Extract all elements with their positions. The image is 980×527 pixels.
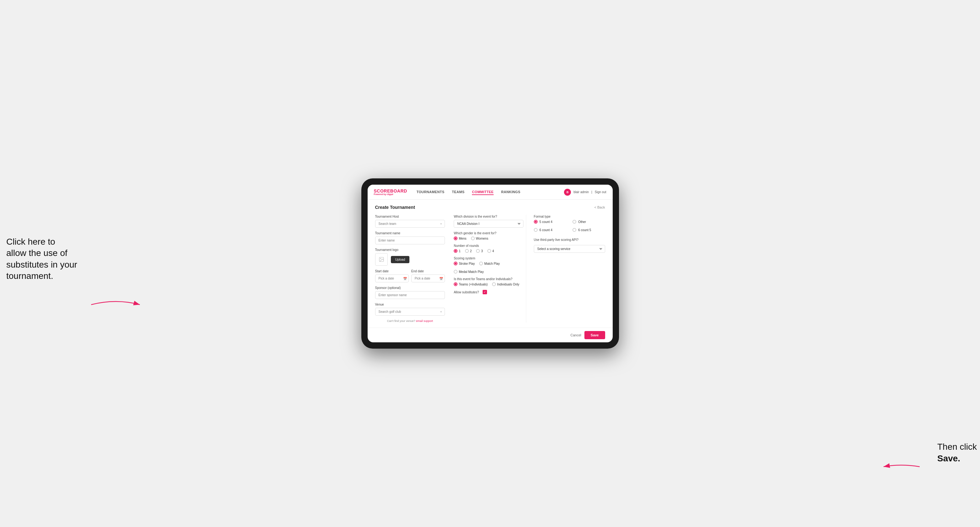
format-type-label: Format type (534, 215, 605, 218)
annotation-right-line1: Then click (937, 442, 977, 452)
format-other[interactable]: Other (573, 220, 605, 224)
venue-label: Venue (375, 303, 445, 306)
form-grid: Tournament Host ▼ Tournament name Tourna… (375, 215, 605, 322)
end-date-wrap: 📅 (411, 275, 445, 283)
gender-womens[interactable]: Womens (471, 237, 488, 240)
logo-upload-area: Upload (375, 253, 445, 266)
rounds-3[interactable]: 3 (476, 249, 483, 253)
scoring-stroke[interactable]: Stroke Play (454, 262, 475, 265)
format-6count4-radio[interactable] (534, 228, 538, 232)
logo-placeholder (375, 253, 388, 266)
brand-name: clippd (387, 193, 393, 195)
rounds-2[interactable]: 2 (465, 249, 472, 253)
scoring-service-select[interactable]: Select a scoring service (534, 245, 605, 253)
individuals-only[interactable]: Individuals Only (492, 283, 519, 286)
rounds-4[interactable]: 4 (487, 249, 494, 253)
venue-group: Venue ▼ (375, 303, 445, 316)
end-date-label: End date (411, 270, 445, 273)
gender-womens-label: Womens (476, 237, 488, 240)
teams-radio-group: Teams (+Individuals) Individuals Only (454, 283, 523, 286)
gender-radio-group: Mens Womens (454, 237, 523, 240)
venue-chevron-icon: ▼ (439, 310, 442, 313)
sponsor-input[interactable] (375, 291, 445, 299)
scoring-stroke-radio[interactable] (454, 262, 458, 265)
annotation-left: Click here to allow the use of substitut… (6, 236, 77, 282)
venue-email-link[interactable]: email support (416, 319, 433, 322)
scoring-system-label: Scoring system (454, 257, 523, 260)
upload-button[interactable]: Upload (391, 256, 410, 263)
sponsor-group: Sponsor (optional) (375, 286, 445, 299)
scoring-radio-group: Stroke Play Match Play Medal Match Play (454, 262, 523, 273)
tablet-shell: SCOREBOARD Powered by clippd TOURNAMENTS… (361, 178, 619, 349)
annotation-right: Then click Save. (937, 441, 977, 464)
logo-scoreboard: SCOREBOARD (374, 189, 407, 193)
gender-womens-radio[interactable] (471, 237, 475, 240)
teams-plus-individuals[interactable]: Teams (+Individuals) (454, 283, 488, 286)
rounds-radio-group: 1 2 3 4 (454, 249, 523, 253)
navbar: SCOREBOARD Powered by clippd TOURNAMENTS… (368, 185, 613, 200)
substitutes-group: Allow substitutes? ✓ (454, 290, 523, 294)
format-5count4-radio[interactable] (534, 220, 538, 224)
format-6count5[interactable]: 6 count 5 (573, 228, 605, 232)
powered-by-text: Powered by (374, 193, 386, 195)
sign-out-link[interactable]: Sign out (595, 190, 606, 194)
nav-committee[interactable]: COMMITTEE (472, 189, 493, 195)
scoring-match-radio[interactable] (479, 262, 483, 265)
scoring-medal-radio[interactable] (454, 270, 458, 273)
rounds-4-radio[interactable] (487, 249, 491, 253)
save-button[interactable]: Save (584, 331, 605, 339)
gender-group: Which gender is the event for? Mens Wome… (454, 232, 523, 240)
start-date-wrap: 📅 (375, 275, 409, 283)
venue-note: Can't find your venue? email support (375, 319, 445, 322)
nav-tournaments[interactable]: TOURNAMENTS (417, 189, 445, 195)
gender-mens-radio[interactable] (454, 237, 458, 240)
form-middle-col: Which division is the event for? NCAA Di… (454, 215, 526, 322)
nav-rankings[interactable]: RANKINGS (501, 189, 520, 195)
annotation-left-line1: Click here to (6, 237, 55, 246)
rounds-1[interactable]: 1 (454, 249, 461, 253)
gender-mens-label: Mens (459, 237, 466, 240)
venue-input[interactable] (375, 308, 445, 316)
annotation-right-bold: Save. (937, 454, 960, 463)
form-right-col: Format type 5 count 4 Other (533, 215, 605, 322)
tournament-name-input[interactable] (375, 237, 445, 244)
user-avatar: B (564, 189, 571, 196)
search-icon: ▼ (439, 222, 442, 225)
division-group: Which division is the event for? NCAA Di… (454, 215, 523, 228)
teams-group: Is this event for Teams and/or Individua… (454, 277, 523, 286)
nav-separator: | (591, 190, 592, 194)
scoring-medal[interactable]: Medal Match Play (454, 270, 484, 273)
cancel-button[interactable]: Cancel (571, 333, 581, 337)
rounds-3-radio[interactable] (476, 249, 480, 253)
rounds-2-radio[interactable] (465, 249, 469, 253)
arrow-left (91, 295, 142, 314)
gender-mens[interactable]: Mens (454, 237, 466, 240)
rounds-label: Number of rounds (454, 244, 523, 248)
format-6count5-radio[interactable] (573, 228, 576, 232)
teams-plus-radio[interactable] (454, 283, 458, 286)
format-other-radio[interactable] (573, 220, 576, 224)
tournament-host-input[interactable] (375, 220, 445, 228)
scoring-match[interactable]: Match Play (479, 262, 500, 265)
format-6count4[interactable]: 6 count 4 (534, 228, 566, 232)
format-5count4[interactable]: 5 count 4 (534, 220, 566, 224)
substitutes-label: Allow substitutes? (454, 290, 479, 294)
division-select[interactable]: NCAA Division I (454, 220, 523, 228)
sponsor-label: Sponsor (optional) (375, 286, 445, 290)
individuals-only-radio[interactable] (492, 283, 496, 286)
user-name: blair admin (573, 190, 589, 194)
tournament-name-group: Tournament name (375, 232, 445, 244)
nav-user: B blair admin | Sign out (564, 189, 606, 196)
tournament-name-label: Tournament name (375, 232, 445, 235)
start-date-group: Start date 📅 (375, 270, 409, 283)
logo-text-accent: BOARD (390, 189, 407, 194)
page-content: Create Tournament Back Tournament Host ▼… (368, 200, 613, 328)
rounds-1-radio[interactable] (454, 249, 458, 253)
arrow-right (882, 460, 920, 473)
tournament-host-label: Tournament Host (375, 215, 445, 218)
nav-teams[interactable]: TEAMS (452, 189, 465, 195)
substitutes-checkbox[interactable]: ✓ (483, 290, 487, 294)
back-link[interactable]: Back (595, 205, 605, 209)
tournament-host-group: Tournament Host ▼ (375, 215, 445, 228)
page-header: Create Tournament Back (375, 205, 605, 210)
